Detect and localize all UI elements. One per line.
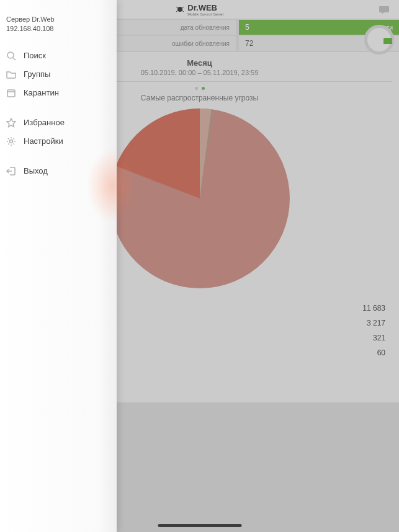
svg-rect-8 xyxy=(7,90,15,97)
sidebar-item-logout[interactable]: Выход xyxy=(0,162,117,180)
sidebar-item-settings[interactable]: Настройки xyxy=(0,132,117,151)
sidebar-item-favorites[interactable]: Избранное xyxy=(0,113,117,132)
drawer-overlay[interactable] xyxy=(117,0,399,532)
sidebar-item-search[interactable]: Поиск xyxy=(0,47,117,65)
sidebar-item-label: Поиск xyxy=(24,51,46,60)
sidebar-item-label: Настройки xyxy=(24,136,63,146)
star-icon xyxy=(6,118,16,128)
server-ip: 192.168.40.108 xyxy=(6,24,110,33)
sidebar-item-label: Выход xyxy=(24,166,48,175)
calendar-icon xyxy=(6,88,16,98)
sidebar-item-label: Карантин xyxy=(24,88,59,97)
svg-line-7 xyxy=(13,58,16,60)
server-info: Сервер Dr.Web 192.168.40.108 xyxy=(0,15,117,47)
search-icon xyxy=(6,51,16,61)
svg-point-10 xyxy=(10,140,13,143)
sidebar-item-label: Группы xyxy=(24,69,50,79)
server-label: Сервер Dr.Web xyxy=(6,15,110,24)
folder-icon xyxy=(6,69,16,79)
sidebar-item-label: Избранное xyxy=(24,118,65,127)
logout-icon xyxy=(6,166,16,176)
sidebar-item-groups[interactable]: Группы xyxy=(0,65,117,84)
sidebar-item-quarantine[interactable]: Карантин xyxy=(0,84,117,102)
svg-point-6 xyxy=(7,52,14,58)
gear-icon xyxy=(6,136,16,146)
sidebar-drawer: Сервер Dr.Web 192.168.40.108 Поиск Групп… xyxy=(0,0,117,532)
